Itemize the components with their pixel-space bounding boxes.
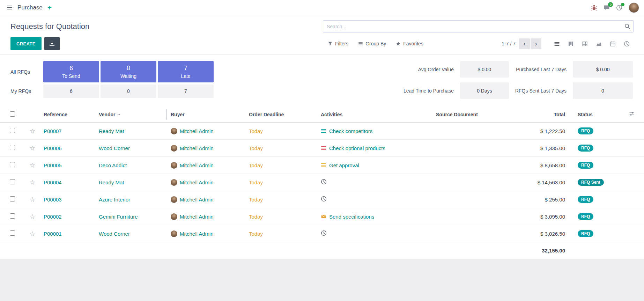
favorite-star-icon[interactable]: ☆: [29, 213, 35, 220]
reference-link[interactable]: P00006: [44, 145, 62, 151]
messages-icon[interactable]: 5: [604, 5, 610, 11]
kanban-view-icon: [568, 41, 574, 47]
row-checkbox[interactable]: [10, 213, 15, 219]
rfq-to-send-button[interactable]: 6 To Send: [43, 61, 99, 82]
vendor-link[interactable]: Ready Mat: [99, 179, 124, 185]
row-checkbox[interactable]: [10, 179, 15, 184]
vendor-link[interactable]: Ready Mat: [99, 128, 124, 134]
table-row[interactable]: ☆ P00005 Deco Addict Mitchell Admin Toda…: [0, 157, 644, 174]
my-rfq-waiting-button[interactable]: 0: [101, 85, 156, 98]
table-row[interactable]: ☆ P00001 Wood Corner Mitchell Admin Toda…: [0, 225, 644, 242]
view-graph-button[interactable]: [592, 38, 606, 49]
search-input[interactable]: [323, 20, 634, 32]
group-by-label: Group By: [365, 41, 386, 46]
favorite-star-icon[interactable]: ☆: [29, 127, 35, 135]
table-row[interactable]: ☆ P00002 Gemini Furniture Mitchell Admin…: [0, 208, 644, 225]
view-activity-button[interactable]: [620, 38, 634, 49]
my-rfq-to-send-button[interactable]: 6: [43, 85, 99, 98]
schedule-activity-clock-icon[interactable]: [321, 196, 327, 202]
favorite-star-icon[interactable]: ☆: [29, 196, 35, 203]
apps-menu-icon[interactable]: [5, 3, 14, 12]
column-header-total[interactable]: Total: [515, 107, 574, 123]
row-checkbox[interactable]: [10, 196, 15, 201]
my-rfq-late-button[interactable]: 7: [158, 85, 214, 98]
create-button[interactable]: CREATE: [10, 37, 42, 50]
reference-link[interactable]: P00003: [44, 197, 62, 203]
favorites-label: Favorites: [403, 41, 423, 46]
debug-bug-icon[interactable]: [591, 5, 597, 11]
row-checkbox[interactable]: [10, 162, 15, 167]
table-row[interactable]: ☆ P00007 Ready Mat Mitchell Admin Today …: [0, 123, 644, 140]
optional-columns-icon[interactable]: [629, 111, 635, 117]
buyer-link[interactable]: Mitchell Admin: [180, 179, 214, 185]
column-header-reference[interactable]: Reference: [40, 107, 95, 123]
column-header-buyer[interactable]: Buyer: [167, 107, 245, 123]
view-pivot-button[interactable]: [578, 38, 592, 49]
status-badge: RFQ: [578, 196, 593, 203]
chevron-down-icon: [117, 112, 121, 117]
reference-link[interactable]: P00004: [44, 179, 62, 185]
vendor-link[interactable]: Deco Addict: [99, 162, 127, 168]
schedule-activity-clock-icon[interactable]: [321, 230, 327, 236]
activity-label[interactable]: Check competitors: [329, 128, 372, 134]
rfq-late-button[interactable]: 7 Late: [158, 61, 214, 82]
app-name[interactable]: Purchase: [17, 4, 43, 11]
row-checkbox[interactable]: [10, 230, 15, 236]
table-row[interactable]: ☆ P00006 Wood Corner Mitchell Admin Toda…: [0, 140, 644, 157]
filters-button[interactable]: Filters: [328, 41, 348, 46]
activity-label[interactable]: Send specifications: [329, 214, 374, 220]
activity-label[interactable]: Check optional products: [329, 145, 385, 151]
favorite-star-icon[interactable]: ☆: [29, 179, 35, 186]
vendor-link[interactable]: Wood Corner: [99, 231, 130, 237]
schedule-activity-clock-icon[interactable]: [321, 179, 327, 185]
table-row[interactable]: ☆ P00004 Ready Mat Mitchell Admin Today …: [0, 174, 644, 191]
table-row[interactable]: ☆ P00003 Azure Interior Mitchell Admin T…: [0, 191, 644, 208]
column-header-vendor[interactable]: Vendor: [95, 107, 167, 123]
row-checkbox[interactable]: [10, 128, 15, 133]
buyer-link[interactable]: Mitchell Admin: [180, 197, 214, 203]
activities-clock-icon[interactable]: [616, 5, 622, 11]
activity-label[interactable]: Get approval: [329, 162, 359, 168]
vendor-link[interactable]: Azure Interior: [99, 197, 130, 203]
view-list-button[interactable]: [550, 38, 564, 49]
export-button[interactable]: [44, 37, 60, 50]
vendor-link[interactable]: Wood Corner: [99, 145, 130, 151]
pager-previous-button[interactable]: ‹: [519, 38, 530, 49]
column-header-activities[interactable]: Activities: [317, 107, 432, 123]
buyer-link[interactable]: Mitchell Admin: [180, 128, 214, 134]
buyer-link[interactable]: Mitchell Admin: [180, 162, 214, 168]
reference-link[interactable]: P00002: [44, 214, 62, 220]
view-calendar-button[interactable]: [606, 38, 620, 49]
search-icon[interactable]: [624, 23, 630, 29]
new-record-plus-icon[interactable]: +: [47, 4, 52, 11]
select-all-checkbox[interactable]: [10, 111, 15, 117]
view-kanban-button[interactable]: [564, 38, 578, 49]
reference-link[interactable]: P00007: [44, 128, 62, 134]
buyer-link[interactable]: Mitchell Admin: [180, 214, 214, 220]
reference-link[interactable]: P00001: [44, 231, 62, 237]
column-header-order-deadline[interactable]: Order Deadline: [245, 107, 317, 123]
order-deadline: Today: [249, 179, 263, 185]
buyer-link[interactable]: Mitchell Admin: [180, 231, 214, 237]
group-by-button[interactable]: Group By: [358, 41, 386, 46]
column-header-source-document[interactable]: Source Document: [432, 107, 515, 123]
graph-view-icon: [596, 41, 602, 47]
favorites-button[interactable]: Favorites: [396, 41, 423, 46]
user-avatar[interactable]: [629, 2, 639, 13]
footer-total-sum: 32,155.00: [515, 242, 574, 259]
favorite-star-icon[interactable]: ☆: [29, 162, 35, 169]
order-deadline: Today: [249, 162, 263, 168]
buyer-link[interactable]: Mitchell Admin: [180, 145, 214, 151]
column-header-status[interactable]: Status: [574, 107, 620, 123]
table-header-row: Reference Vendor Buyer Order Deadline Ac…: [0, 107, 644, 123]
activity-list-icon: [321, 128, 326, 134]
favorite-star-icon[interactable]: ☆: [29, 145, 35, 152]
row-checkbox[interactable]: [10, 145, 15, 150]
favorite-star-icon[interactable]: ☆: [29, 230, 35, 237]
pager-next-button[interactable]: ›: [531, 38, 541, 49]
rfq-waiting-button[interactable]: 0 Waiting: [101, 61, 156, 82]
vendor-link[interactable]: Gemini Furniture: [99, 214, 138, 220]
reference-link[interactable]: P00005: [44, 162, 62, 168]
source-document: [432, 208, 515, 225]
order-deadline: Today: [249, 145, 263, 151]
